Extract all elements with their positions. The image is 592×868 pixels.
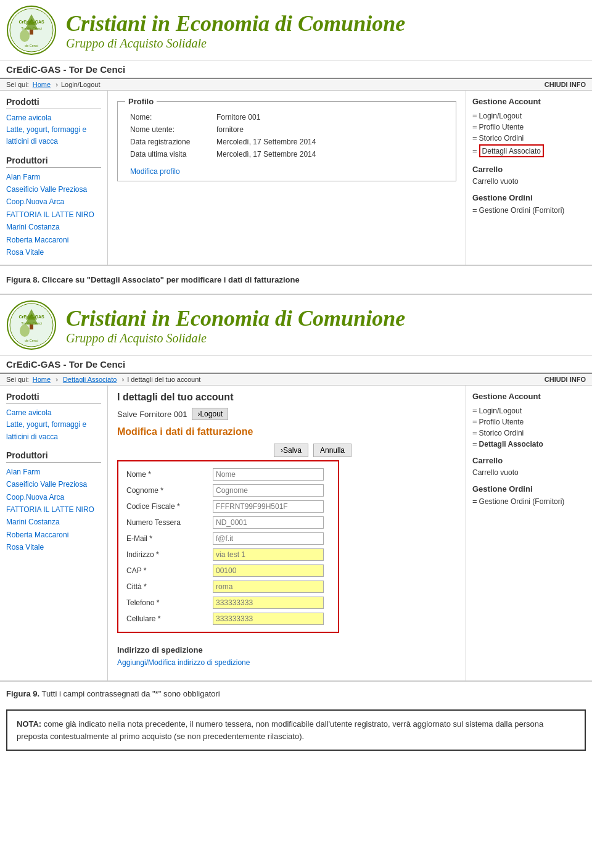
indirizzo-spedizione-link[interactable]: Aggiungi/Modifica indirizzo di spedizion… xyxy=(117,658,250,667)
header-1: CrEdiC-GAS Tor de Cenci de Cenci Cristia… xyxy=(0,0,592,61)
gestione-account-title-2: Gestione Account xyxy=(472,392,586,401)
nota-text: come già indicato nella nota precedente,… xyxy=(17,719,543,741)
list-item: =Login/Logout xyxy=(472,406,586,415)
gestione-ordini-list-2: =Gestione Ordini (Fornitori) xyxy=(472,497,586,506)
account-link-dettagli-2[interactable]: Dettagli Associato xyxy=(479,440,543,448)
list-item: Roberta Maccaroni xyxy=(6,529,101,541)
svg-point-16 xyxy=(20,324,30,337)
list-item: =Gestione Ordini (Fornitori) xyxy=(472,497,586,506)
input-indirizzo[interactable] xyxy=(213,548,324,561)
chiudi-info-2[interactable]: CHIUDI INFO xyxy=(545,376,586,383)
prodotto-link-2-2[interactable]: Latte, yogurt, formaggi e latticini di v… xyxy=(6,419,101,442)
salva-button[interactable]: ›Salva xyxy=(274,444,308,457)
logout-button[interactable]: ›Logout xyxy=(192,408,228,420)
logo-1: CrEdiC-GAS Tor de Cenci de Cenci xyxy=(6,5,57,56)
chiudi-info-1[interactable]: CHIUDI INFO xyxy=(545,81,586,88)
breadcrumb-home-1[interactable]: Home xyxy=(33,81,51,88)
annulla-button[interactable]: Annulla xyxy=(313,444,352,457)
account-dettagli-associato-highlight-1[interactable]: Dettagli Associato xyxy=(479,144,544,157)
account-link-profilo[interactable]: Profilo Utente xyxy=(479,123,524,131)
list-item: Rosa Vitale xyxy=(6,541,101,553)
list-item: =Login/Logout xyxy=(472,111,586,120)
prodotti-title-1: Prodotti xyxy=(6,97,101,109)
input-cap[interactable] xyxy=(213,564,324,577)
form-row-cap: CAP * xyxy=(123,563,333,579)
figure-2-bold: Figura 9. xyxy=(6,689,39,698)
form-label-cf: Codice Fiscale * xyxy=(123,498,210,515)
gestione-ordini-title-1: Gestione Ordini xyxy=(472,193,586,202)
gestione-ordini-link-1[interactable]: Gestione Ordini (Fornitori) xyxy=(479,206,565,215)
input-cf[interactable] xyxy=(213,500,324,513)
list-item: Caseificio Valle Preziosa xyxy=(6,183,101,196)
gestione-ordini-title-2: Gestione Ordini xyxy=(472,484,586,494)
form-input-indirizzo-cell xyxy=(210,547,333,563)
prodotto-link-1[interactable]: Carne avicola xyxy=(6,112,101,124)
breadcrumb-1: Sei qui: Home › Login/Logout xyxy=(6,81,101,88)
form-input-cognome-cell xyxy=(210,482,333,498)
account-link-dettagli[interactable]: Dettagli Associato xyxy=(482,147,541,155)
breadcrumb-dettagli[interactable]: Dettagli Associato xyxy=(63,376,117,383)
breadcrumb-2: Sei qui: Home › Dettagli Associato › I d… xyxy=(6,376,200,383)
modifica-title: Modifica i dati di fatturazione xyxy=(117,426,456,437)
produttore-link-3[interactable]: Coop.Nuova Arca xyxy=(6,196,101,208)
input-nome[interactable] xyxy=(213,468,324,481)
produttore-link-7[interactable]: Rosa Vitale xyxy=(6,246,101,258)
profilo-legend: Profilo xyxy=(125,97,157,106)
produttore-link-2-1[interactable]: Alan Farm xyxy=(6,466,101,478)
produttore-link-2-6[interactable]: Roberta Maccaroni xyxy=(6,529,101,541)
svg-text:de Cenci: de Cenci xyxy=(25,44,38,48)
form-label-tessera: Numero Tessera xyxy=(123,515,210,531)
carrello-title-1: Carrello xyxy=(472,165,586,174)
form-label-nome: Nome * xyxy=(123,466,210,482)
form-input-nome-cell xyxy=(210,466,333,482)
produttore-link-2-2[interactable]: Caseificio Valle Preziosa xyxy=(6,478,101,490)
gestione-ordini-link-2[interactable]: Gestione Ordini (Fornitori) xyxy=(479,497,565,506)
account-link-profilo-2[interactable]: Profilo Utente xyxy=(479,418,524,426)
account-link-login-2[interactable]: Login/Logout xyxy=(479,407,522,415)
input-cognome[interactable] xyxy=(213,484,324,497)
figure-2-caption: Figura 9. Tutti i campi contrassegnati d… xyxy=(0,682,592,703)
profilo-table: Nome: Fornitore 001 Nome utente: fornito… xyxy=(125,111,448,160)
produttore-link-2[interactable]: Caseificio Valle Preziosa xyxy=(6,183,101,196)
prodotto-link-2[interactable]: Latte, yogurt, formaggi e latticini di v… xyxy=(6,124,101,147)
produttore-link-5[interactable]: Marini Costanza xyxy=(6,221,101,233)
left-sidebar-1: Prodotti Carne avicola Latte, yogurt, fo… xyxy=(0,91,108,265)
input-citta[interactable] xyxy=(213,581,324,593)
input-tessera[interactable] xyxy=(213,516,324,529)
gestione-ordini-list-1: =Gestione Ordini (Fornitori) xyxy=(472,205,586,215)
breadcrumb-home-2[interactable]: Home xyxy=(33,376,51,383)
prodotto-link-2-1[interactable]: Carne avicola xyxy=(6,407,101,419)
form-table: Nome * Cognome * Codice Fiscale * Numero… xyxy=(123,466,333,627)
list-item: Latte, yogurt, formaggi e latticini di v… xyxy=(6,124,101,147)
form-row-indirizzo: Indirizzo * xyxy=(123,547,333,563)
produttore-link-1[interactable]: Alan Farm xyxy=(6,171,101,183)
account-link-storico[interactable]: Storico Ordini xyxy=(479,134,524,143)
produttore-link-2-3[interactable]: Coop.Nuova Arca xyxy=(6,491,101,503)
nota-label: NOTA: xyxy=(17,719,41,729)
input-cellulare[interactable] xyxy=(213,613,324,625)
produttore-link-2-4[interactable]: FATTORIA IL LATTE NIRO xyxy=(6,503,101,516)
account-link-login[interactable]: Login/Logout xyxy=(479,112,522,120)
form-input-telefono-cell xyxy=(210,595,333,611)
input-email[interactable] xyxy=(213,532,324,545)
list-item: FATTORIA IL LATTE NIRO xyxy=(6,209,101,221)
list-item: =Storico Ordini xyxy=(472,133,586,143)
list-item: Roberta Maccaroni xyxy=(6,234,101,246)
list-item: Alan Farm xyxy=(6,466,101,478)
produttore-link-6[interactable]: Roberta Maccaroni xyxy=(6,234,101,246)
produttore-link-4[interactable]: FATTORIA IL LATTE NIRO xyxy=(6,209,101,221)
form-label-cognome: Cognome * xyxy=(123,482,210,498)
modifica-profilo-link[interactable]: Modifica profilo xyxy=(130,167,180,176)
input-telefono[interactable] xyxy=(213,597,324,609)
right-sidebar-2: Gestione Account =Login/Logout =Profilo … xyxy=(466,386,592,680)
account-link-storico-2[interactable]: Storico Ordini xyxy=(479,429,524,437)
list-item: Rosa Vitale xyxy=(6,246,101,258)
produttore-link-2-7[interactable]: Rosa Vitale xyxy=(6,541,101,553)
list-item: =Dettagli Associato xyxy=(472,144,586,157)
form-row-email: E-Mail * xyxy=(123,531,333,547)
form-input-cf-cell xyxy=(210,498,333,515)
carrello-title-2: Carrello xyxy=(472,456,586,465)
modifica-profilo-link-wrap: Modifica profilo xyxy=(125,167,448,176)
indirizzo-spedizione-title: Indirizzo di spedizione xyxy=(117,645,456,655)
produttore-link-2-5[interactable]: Marini Costanza xyxy=(6,516,101,528)
